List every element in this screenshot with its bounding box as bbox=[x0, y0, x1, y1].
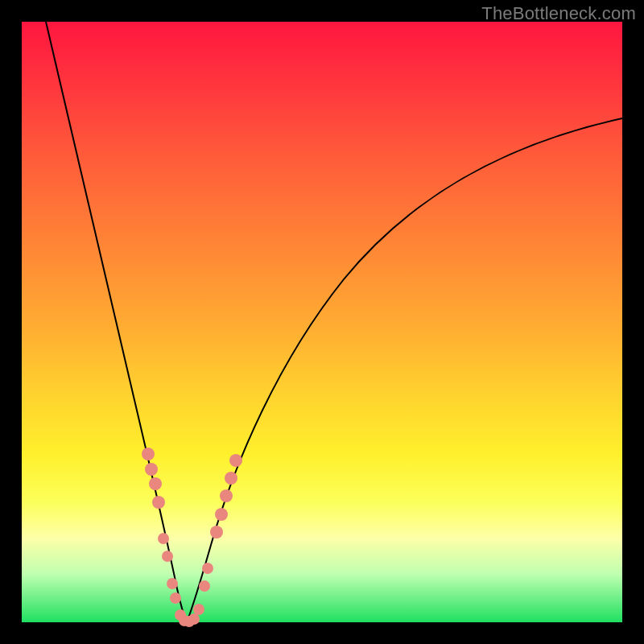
marker bbox=[145, 463, 158, 476]
right-curve bbox=[187, 118, 622, 622]
marker bbox=[193, 604, 204, 615]
plot-area bbox=[22, 22, 622, 622]
left-curve bbox=[46, 22, 187, 622]
marker bbox=[149, 477, 162, 490]
marker bbox=[170, 592, 181, 604]
marker bbox=[225, 472, 237, 485]
marker bbox=[202, 563, 213, 574]
chart-frame: TheBottleneck.com bbox=[0, 0, 644, 644]
watermark-text: TheBottleneck.com bbox=[481, 3, 636, 24]
marker-group bbox=[142, 448, 242, 627]
marker bbox=[167, 578, 178, 589]
marker bbox=[142, 448, 155, 460]
marker bbox=[215, 508, 228, 521]
marker bbox=[152, 496, 165, 509]
marker bbox=[229, 454, 242, 467]
marker bbox=[220, 489, 233, 502]
marker bbox=[188, 613, 200, 625]
marker bbox=[162, 551, 173, 562]
marker bbox=[158, 533, 169, 544]
curve-layer bbox=[22, 22, 622, 622]
marker bbox=[199, 580, 210, 592]
marker bbox=[210, 526, 223, 539]
